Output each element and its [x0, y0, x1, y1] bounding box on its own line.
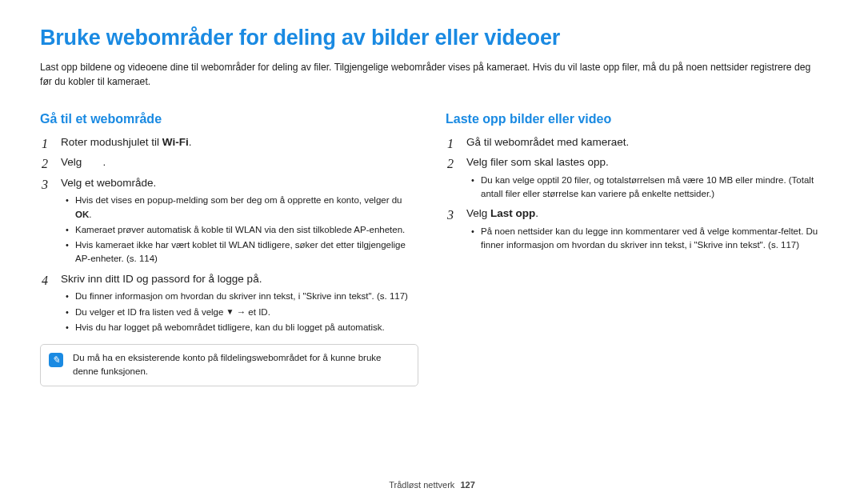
right-step-1-text: Gå til webområdet med kameraet.	[466, 136, 629, 148]
left-step-3-sub2: Kameraet prøver automatisk å koble til W…	[64, 223, 418, 237]
info-box: ✎ Du må ha en eksisterende konto på fild…	[40, 344, 418, 386]
left-step-4: Skriv inn ditt ID og passord for å logge…	[40, 271, 418, 334]
right-step-2-sub1: Du kan velge opptil 20 filer, og totalst…	[470, 174, 824, 202]
left-step-3-sub1: Hvis det vises en popup-melding som ber …	[64, 194, 418, 222]
left-step-3-sub1-a: Hvis det vises en popup-melding som ber …	[75, 195, 402, 205]
intro-paragraph: Last opp bildene og videoene dine til we…	[40, 60, 824, 90]
left-step-4-sub3: Hvis du har logget på webområdet tidlige…	[64, 321, 418, 334]
page-title: Bruke webområder for deling av bilder el…	[40, 26, 824, 50]
left-step-3-sub3: Hvis kameraet ikke har vært koblet til W…	[64, 238, 418, 266]
left-step-4-sub1: Du finner informasjon om hvordan du skri…	[64, 290, 418, 303]
info-box-text: Du må ha en eksisterende konto på fildel…	[73, 351, 408, 379]
left-step-1: Roter modushjulet til Wi-Fi.	[40, 134, 418, 150]
page-footer: Trådløst nettverk 127	[0, 480, 864, 490]
right-step-1: Gå til webområdet med kameraet.	[446, 134, 824, 150]
right-step-3-a: Velg	[466, 207, 490, 219]
triangle-down-icon: ▼	[226, 306, 234, 318]
left-step-4-text: Skriv inn ditt ID og passord for å logge…	[61, 273, 262, 285]
right-step-3-sub: På noen nettsider kan du legge inn komme…	[470, 225, 824, 253]
left-step-4-sub2-b: → et ID.	[234, 307, 270, 317]
footer-page-number: 127	[460, 480, 474, 490]
right-step-2-sub: Du kan velge opptil 20 filer, og totalst…	[470, 174, 824, 202]
left-step-2-prefix: Velg	[61, 156, 85, 168]
right-step-2-text: Velg filer som skal lastes opp.	[466, 156, 609, 168]
right-heading: Laste opp bilder eller video	[446, 112, 824, 126]
left-step-2-suffix: .	[103, 156, 106, 168]
left-step-3: Velg et webområde. Hvis det vises en pop…	[40, 175, 418, 266]
right-step-3-bold: Last opp	[490, 207, 535, 219]
wifi-icon: Wi-Fi	[162, 136, 189, 148]
right-step-3-sub1: På noen nettsider kan du legge inn komme…	[470, 225, 824, 253]
left-column: Gå til et webområde Roter modushjulet ti…	[40, 107, 418, 386]
left-step-4-sub2-a: Du velger et ID fra listen ved å velge	[75, 307, 226, 317]
page: Bruke webområder for deling av bilder el…	[0, 0, 864, 504]
left-heading: Gå til et webområde	[40, 112, 418, 126]
right-column: Laste opp bilder eller video Gå til webo…	[446, 107, 824, 386]
left-step-3-sub1-b: .	[89, 210, 91, 219]
left-step-3-text: Velg et webområde.	[61, 177, 156, 189]
right-step-3-b: .	[535, 207, 538, 219]
left-step-1-prefix: Roter modushjulet til	[61, 136, 162, 148]
left-step-3-sub1-bold: OK	[75, 210, 89, 219]
left-steps: Roter modushjulet til Wi-Fi. Velg . Velg…	[40, 134, 418, 334]
left-step-2: Velg .	[40, 154, 418, 170]
left-step-4-sub: Du finner informasjon om hvordan du skri…	[64, 290, 418, 334]
right-steps: Gå til webområdet med kameraet. Velg fil…	[446, 134, 824, 253]
left-step-1-suffix: .	[189, 136, 192, 148]
info-icon: ✎	[49, 353, 63, 367]
right-step-3: Velg Last opp. På noen nettsider kan du …	[446, 206, 824, 252]
footer-section: Trådløst nettverk	[389, 480, 454, 490]
left-step-3-sub: Hvis det vises en popup-melding som ber …	[64, 194, 418, 266]
right-step-2: Velg filer som skal lastes opp. Du kan v…	[446, 154, 824, 201]
left-step-4-sub2: Du velger et ID fra listen ved å velge ▼…	[64, 306, 418, 319]
left-step-2-blank	[85, 156, 103, 168]
columns: Gå til et webområde Roter modushjulet ti…	[40, 107, 824, 386]
